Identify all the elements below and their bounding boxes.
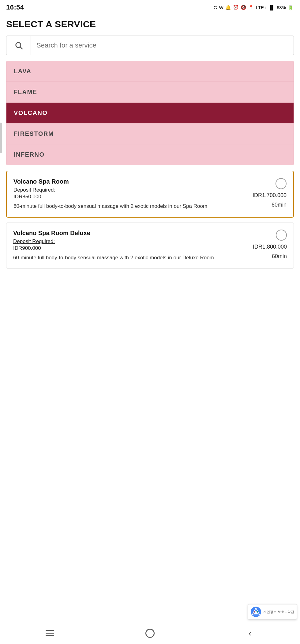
home-circle-icon [145, 629, 155, 638]
menu-lines-icon [46, 630, 54, 636]
category-list: LAVA FLAME VOLCANO FIRESTORM INFERNO [6, 61, 294, 165]
search-bar[interactable] [6, 36, 294, 55]
back-chevron-icon: ‹ [249, 628, 251, 638]
mute-icon: 🔇 [241, 5, 246, 10]
service-duration-2: 60min [272, 253, 287, 260]
deposit-amount-1: IDR850.000 [13, 194, 241, 200]
service-price-1: IDR1,700.000 [253, 192, 287, 199]
w-icon: W [219, 5, 223, 10]
search-input[interactable] [31, 41, 294, 49]
category-item-volcano[interactable]: VOLCANO [6, 103, 294, 124]
side-scroll-indicator [0, 123, 2, 153]
deposit-label-1: Deposit Required: [13, 187, 241, 193]
service-card-right-1: IDR1,700.000 60min [247, 178, 287, 208]
service-card-left-2: Volcano Spa Room Deluxe Deposit Required… [13, 230, 247, 262]
service-card-left-1: Volcano Spa Room Deposit Required: IDR85… [13, 178, 247, 210]
status-right: G W 🔔 ⏰ 🔇 📍 LTE+ ▐▌ 63% 🔋 [214, 5, 294, 10]
category-item-firestorm[interactable]: FIRESTORM [6, 124, 294, 144]
radio-button-2[interactable] [276, 230, 287, 241]
service-title-2: Volcano Spa Room Deluxe [13, 230, 241, 237]
service-price-2: IDR1,800.000 [253, 244, 287, 250]
deposit-amount-2: IDR900.000 [13, 245, 241, 251]
search-icon [6, 36, 31, 55]
category-item-lava[interactable]: LAVA [6, 61, 294, 82]
services-list: Volcano Spa Room Deposit Required: IDR85… [6, 171, 294, 269]
service-description-1: 60-minute full body-to-body sensual mass… [13, 202, 241, 210]
nav-home-button[interactable] [141, 627, 159, 639]
battery-visual: 🔋 [288, 5, 294, 10]
status-bar: 16:54 G W 🔔 ⏰ 🔇 📍 LTE+ ▐▌ 63% 🔋 [0, 0, 300, 13]
signal-icon: LTE+ [256, 5, 267, 10]
service-duration-1: 60min [272, 202, 287, 208]
notification-icon: 🔔 [225, 5, 231, 10]
alarm-icon: ⏰ [233, 5, 239, 10]
service-card-volcano-spa-room-deluxe[interactable]: Volcano Spa Room Deluxe Deposit Required… [6, 223, 294, 269]
service-title-1: Volcano Spa Room [13, 178, 241, 185]
recaptcha-text: 개인정보 보호 - 약관 [263, 610, 294, 614]
service-card-volcano-spa-room[interactable]: Volcano Spa Room Deposit Required: IDR85… [6, 171, 294, 218]
bottom-nav: ‹ [0, 622, 300, 644]
radio-button-1[interactable] [276, 178, 287, 189]
page-title: SELECT A SERVICE [0, 13, 300, 32]
battery-icon: 63% [277, 5, 286, 10]
category-item-flame[interactable]: FLAME [6, 82, 294, 103]
service-card-right-2: IDR1,800.000 60min [247, 230, 287, 260]
bars-icon: ▐▌ [268, 5, 275, 10]
service-description-2: 60-minute full body-to-body sensual mass… [13, 254, 241, 262]
nav-back-button[interactable]: ‹ [241, 627, 259, 639]
category-item-inferno[interactable]: INFERNO [6, 144, 294, 165]
deposit-label-2: Deposit Required: [13, 238, 241, 245]
recaptcha-badge: 개인정보 보호 - 약관 [248, 604, 297, 619]
nav-menu-button[interactable] [41, 627, 59, 639]
status-time: 16:54 [6, 3, 24, 11]
svg-line-1 [20, 47, 22, 49]
google-icon: G [214, 5, 217, 10]
location-icon: 📍 [248, 5, 254, 10]
